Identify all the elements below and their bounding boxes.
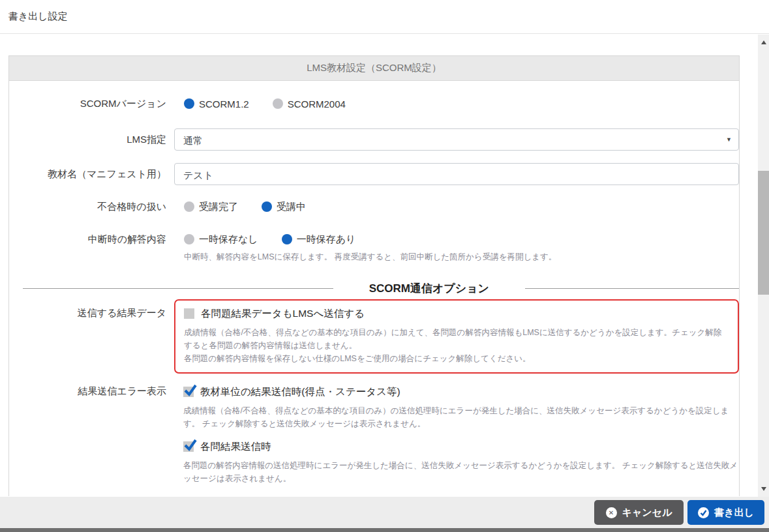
checkbox-checked-icon (183, 387, 194, 397)
radio-autosave[interactable]: 一時保存あり (282, 233, 356, 246)
radio-selected-icon (184, 98, 194, 109)
lms-select[interactable]: 通常 ▼ (174, 128, 739, 151)
close-circle-icon: ✕ (606, 507, 617, 518)
separator-line (525, 288, 739, 289)
result-data-label: 送信する結果データ (9, 299, 174, 319)
radio-scorm2004[interactable]: SCORM2004 (273, 98, 346, 110)
separator-line (23, 288, 333, 289)
export-button[interactable]: 書き出し (687, 500, 764, 525)
result-data-help-2: 各問題の解答内容情報を保存しない仕様のLMSをご使用の場合にチェック解除してくだ… (184, 352, 729, 365)
lms-label: LMS指定 (9, 128, 174, 146)
row-suspend: 中断時の解答内容 一時保存なし 一時保存あり 中断時、解答内容をLMSに保存しま… (9, 233, 739, 263)
suspend-help-text: 中断時、解答内容をLMSに保存します。 再度受講すると、前回中断した箇所から受講… (174, 250, 739, 263)
row-lms: LMS指定 通常 ▼ (9, 128, 739, 151)
check-circle-icon (698, 507, 709, 518)
scroll-down-arrow-icon[interactable] (758, 484, 769, 494)
chevron-down-icon: ▼ (726, 136, 732, 143)
checkbox-material-level-error[interactable]: 教材単位の結果送信時(得点・ステータス等) (183, 385, 400, 399)
scorm-settings-panel: LMS教材設定（SCORM設定） SCORMバージョン SCORM1.2 SCO… (8, 55, 740, 496)
section-separator: SCORM通信オプション (23, 281, 739, 296)
checkbox-checked-icon (183, 441, 194, 452)
scroll-up-arrow-icon[interactable] (758, 37, 769, 48)
radio-selected-icon (262, 201, 272, 212)
radio-completed[interactable]: 受講完了 (184, 201, 238, 213)
scorm-version-radio-group: SCORM1.2 SCORM2004 (174, 97, 739, 110)
vertical-scrollbar[interactable] (758, 35, 769, 497)
material-name-input[interactable] (174, 163, 739, 185)
material-level-error-help: 成績情報（合格/不合格、得点などの基本的な項目のみ）の送信処理時にエラーが発生し… (183, 404, 739, 430)
page-title: 書き出し設定 (8, 10, 68, 23)
radio-selected-icon (282, 234, 292, 244)
error-display-label: 結果送信エラー表示 (9, 385, 174, 398)
question-level-error-help: 各問題の解答内容情報の送信処理時にエラーが発生した場合に、送信失敗メッセージ表示… (183, 459, 739, 485)
row-material-name: 教材名（マニフェスト用） (9, 163, 739, 185)
radio-scorm12[interactable]: SCORM1.2 (184, 98, 249, 110)
row-result-data: 送信する結果データ 各問題結果データもLMSへ送信する 成績情報（合格/不合格、… (9, 299, 739, 374)
suspend-label: 中断時の解答内容 (9, 233, 174, 246)
dialog-footer: ✕ キャンセル 書き出し (0, 497, 769, 528)
row-fail-handling: 不合格時の扱い 受講完了 受講中 (9, 200, 739, 213)
radio-unselected-icon (273, 98, 283, 109)
fail-handling-radio-group: 受講完了 受講中 (174, 200, 739, 213)
dialog-titlebar: 書き出し設定 (0, 0, 769, 34)
material-name-label: 教材名（マニフェスト用） (9, 163, 174, 181)
scrollbar-thumb[interactable] (758, 171, 769, 295)
row-scorm-version: SCORMバージョン SCORM1.2 SCORM2004 (9, 97, 739, 110)
suspend-radio-group: 一時保存なし 一時保存あり (174, 233, 739, 246)
scorm-version-label: SCORMバージョン (9, 97, 174, 110)
panel-header: LMS教材設定（SCORM設定） (9, 56, 739, 81)
radio-no-autosave[interactable]: 一時保存なし (184, 233, 258, 246)
result-data-help-1: 成績情報（合格/不合格、得点などの基本的な項目のみ）に加えて、各問題の解答内容情… (184, 326, 729, 352)
checkbox-send-question-results[interactable]: 各問題結果データもLMSへ送信する (184, 306, 365, 321)
radio-in-progress[interactable]: 受講中 (262, 201, 306, 213)
row-error-display: 結果送信エラー表示 教材単位の結果送信時(得点・ステータス等) 成績情報（合格/… (9, 385, 739, 485)
section-title: SCORM通信オプション (369, 281, 489, 296)
checkbox-unchecked-icon (184, 308, 194, 319)
dialog-body: LMS教材設定（SCORM設定） SCORMバージョン SCORM1.2 SCO… (0, 35, 758, 497)
highlight-red-box: 各問題結果データもLMSへ送信する 成績情報（合格/不合格、得点などの基本的な項… (174, 299, 739, 374)
cancel-button[interactable]: ✕ キャンセル (594, 500, 684, 525)
background-page-strip (0, 528, 769, 532)
lms-select-value: 通常 (175, 132, 203, 147)
fail-handling-label: 不合格時の扱い (9, 200, 174, 213)
radio-unselected-icon (184, 201, 194, 212)
checkbox-question-level-error[interactable]: 各問結果送信時 (183, 439, 271, 454)
radio-unselected-icon (184, 234, 194, 244)
